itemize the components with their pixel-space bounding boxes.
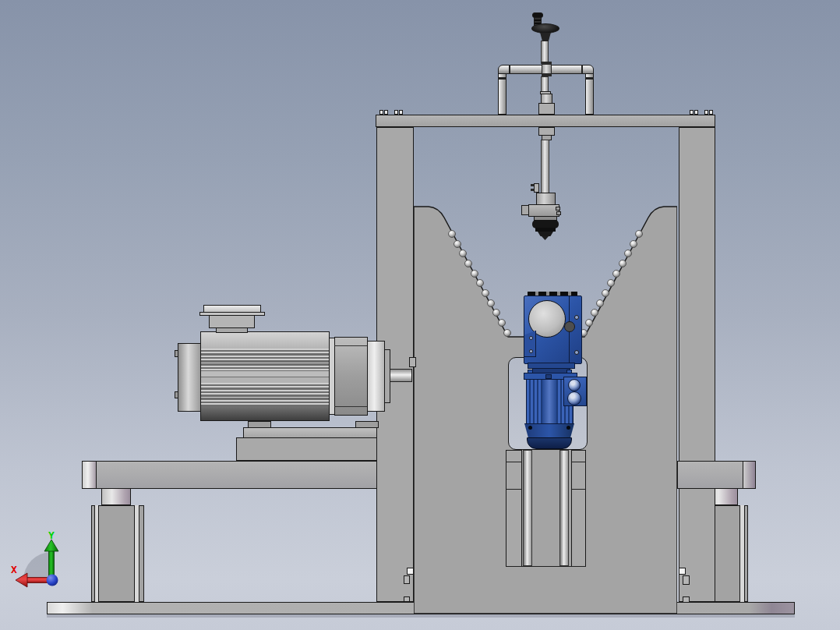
beam-bolt-8 [709, 110, 713, 115]
gearbox-screw-2 [574, 350, 579, 355]
left-bracket-foot [404, 596, 410, 602]
handle-tube-right[interactable] [585, 69, 594, 115]
head-nub-1 [556, 207, 560, 211]
right-bracket-block [679, 568, 686, 575]
beam-bolt-6 [694, 110, 698, 115]
beam-bolt-7 [704, 110, 708, 115]
guide-rod-right [559, 450, 569, 566]
head-left-attachment [521, 205, 529, 215]
vertical-motor-cap [527, 437, 572, 449]
tube-fitting-3 [498, 77, 506, 80]
hmotor-rear-cap [178, 343, 201, 412]
hmotor-smooth-band [201, 371, 329, 383]
cable-gland-1 [568, 379, 581, 391]
y-axis-label: Y [48, 532, 55, 541]
beam-bolt-1 [379, 110, 383, 115]
gearbox-ear-hole-1 [529, 336, 533, 340]
hmotor-shaft [390, 369, 412, 382]
spindle-shaft-upper [541, 41, 549, 64]
head-body [528, 204, 559, 217]
left-bracket-clamp [404, 575, 410, 584]
beam-bolt-4 [399, 110, 403, 115]
tube-fitting-1 [509, 65, 510, 74]
triad-arc [23, 552, 51, 580]
lift-frame-right-block [571, 450, 586, 567]
beam-bolt-2 [384, 110, 388, 115]
gearbox-screw-1 [574, 315, 579, 320]
right-leg-slot-2 [739, 505, 745, 602]
gearbox-ear-hole-2 [529, 349, 533, 353]
gearbox-plug [564, 321, 575, 332]
vertical-motor-center-band [542, 380, 556, 423]
triad-origin [47, 575, 58, 586]
spindle-shaft-mid [541, 76, 549, 92]
table-slab-left-cap [82, 461, 97, 489]
right-bracket-foot [683, 596, 690, 603]
pedestal-block [236, 437, 377, 461]
right-bracket-clamp [683, 575, 690, 585]
head-cylinder [536, 193, 556, 205]
hmotor-junction-body [209, 315, 255, 328]
table-slab-left [82, 461, 377, 489]
hmotor-flange [367, 341, 385, 412]
handwheel[interactable] [531, 23, 559, 34]
right-frame-column [679, 127, 715, 602]
left-leg-slot-2 [134, 505, 139, 602]
left-leg-slot-1 [94, 505, 99, 602]
left-bracket-block [407, 568, 414, 575]
head-nub-2 [556, 211, 561, 215]
handle-tube-left[interactable] [498, 69, 506, 115]
beam-bolt-3 [394, 110, 398, 115]
guide-rod-left [523, 450, 532, 566]
pedestal-plate [243, 427, 377, 438]
cable-gland-2 [567, 391, 581, 405]
x-axis-label: X [11, 564, 17, 575]
tube-fitting-4 [585, 77, 594, 80]
beam-collar-top [538, 103, 555, 115]
tube-fitting-2 [581, 65, 583, 74]
hmotor-bottom-band [201, 407, 329, 420]
beam-bolt-5 [690, 110, 694, 115]
top-beam [376, 115, 715, 127]
head-side-bracket [534, 183, 539, 193]
spindle-shaft-lower [541, 140, 549, 193]
hmotor-junction-neck [216, 327, 248, 333]
cad-viewport[interactable]: Y X [0, 0, 840, 630]
lift-frame-left-block [506, 450, 522, 567]
hmotor-front-housing [334, 337, 368, 416]
vertical-motor-plug [545, 374, 552, 379]
table-slab-right-cap [743, 461, 756, 489]
column-shaft-tab [409, 357, 416, 367]
nozzle-band [535, 228, 556, 232]
left-leg-cylinder [101, 489, 131, 505]
hmotor-top-band [201, 332, 329, 349]
orientation-triad[interactable]: Y X [8, 532, 70, 594]
